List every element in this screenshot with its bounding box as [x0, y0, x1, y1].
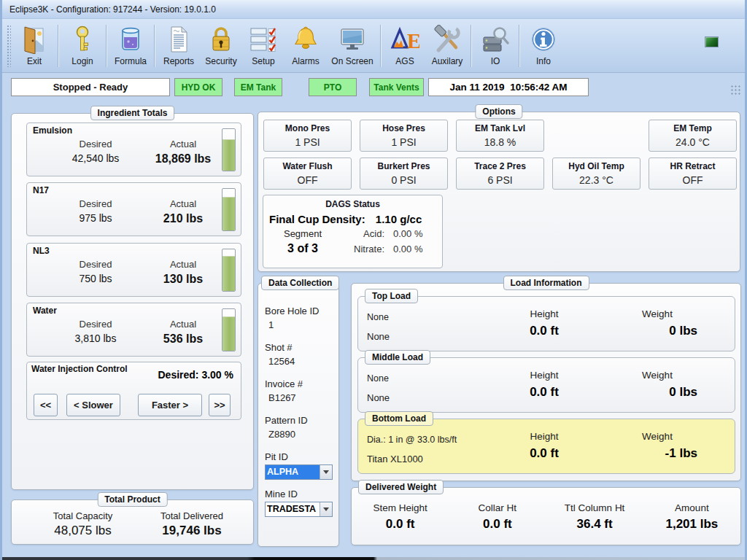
tile-value: 6 PSI	[487, 174, 512, 186]
field-value: 1	[268, 319, 338, 330]
info-button[interactable]: Info	[522, 22, 565, 66]
toolbar-grip[interactable]	[7, 25, 11, 67]
top-load-title: Top Load	[365, 289, 418, 303]
middle-load-section: Middle Load None None Height 0.0 ft Weig…	[357, 357, 735, 413]
status-strip: Stopped - Ready HYD OK EM Tank PTO Tank …	[2, 73, 745, 101]
field-label: Shot #	[265, 342, 338, 353]
pit-id-combobox[interactable]: ALPHA	[265, 464, 333, 480]
mine-id-combobox[interactable]: TRADESTA	[265, 502, 333, 517]
auxilary-button[interactable]: Auxilary	[426, 22, 468, 66]
data-collection-title: Data Collection	[261, 276, 339, 290]
column-value: 0.0 ft	[352, 517, 449, 532]
dropdown-arrow-icon[interactable]	[320, 465, 332, 479]
field-value: Z8890	[268, 429, 338, 440]
login-button[interactable]: Login	[61, 22, 104, 66]
ingredient-row-emulsion: Emulsion Desired 42,540 lbs Actual 18,86…	[26, 122, 241, 176]
em-tank-lvl-tile: EM Tank Lvl 18.8 %	[456, 120, 544, 152]
io-button[interactable]: IO	[474, 22, 516, 66]
actual-label: Actual	[138, 259, 228, 270]
total-delivered-value: 19,746 lbs	[137, 524, 247, 538]
total-capacity-label: Total Capacity	[30, 510, 136, 521]
exit-button[interactable]: Exit	[13, 22, 55, 66]
column-label: Stem Height	[352, 502, 449, 513]
acid-label: Acid:	[336, 228, 384, 239]
run-status-indicator	[705, 36, 719, 47]
mine-id-value: TRADESTA	[266, 502, 320, 516]
alarms-button[interactable]: Alarms	[285, 22, 327, 66]
load-line1: None	[367, 312, 389, 322]
toolbar-item-label: Setup	[252, 56, 274, 66]
toolbar-item-label: On Screen	[331, 56, 373, 66]
water-injection-desired: Desired: 3.00 %	[158, 369, 234, 381]
on-screen-button[interactable]: On Screen	[327, 22, 378, 66]
weight-value: 0 lbs	[599, 385, 697, 400]
weight-label: Weight	[610, 308, 705, 319]
stem-height-column: Stem Height 0.0 ft	[352, 502, 449, 532]
actual-value: 130 lbs	[138, 273, 228, 286]
trace-2-pres-tile: Trace 2 Pres 6 PSI	[456, 158, 544, 190]
ags-logo-icon: E	[389, 23, 421, 55]
hose-pres-tile: Hose Pres 1 PSI	[360, 120, 448, 152]
ingredient-row-water: Water Desired 3,810 lbs Actual 536 lbs	[26, 303, 241, 357]
actual-label: Actual	[138, 139, 228, 149]
mono-pres-tile: Mono Pres 1 PSI	[263, 120, 352, 152]
much-slower-button[interactable]: <<	[34, 394, 58, 416]
tile-value: 1 PSI	[391, 136, 416, 148]
water-injection-control: Water Injection Control Desired: 3.00 % …	[26, 362, 241, 420]
field-value: 12564	[268, 356, 338, 367]
height-label: Height	[497, 431, 592, 442]
tile-value: OFF	[683, 174, 703, 186]
options-panel: Options Mono Pres 1 PSI Hose Pres 1 PSI …	[258, 112, 740, 272]
total-capacity-value: 48,075 lbs	[30, 524, 136, 538]
mine-id-field: Mine ID TRADESTA	[265, 489, 338, 517]
weight-label: Weight	[610, 370, 705, 381]
setup-button[interactable]: Setup	[242, 22, 285, 66]
toolbar-item-label: Formula	[115, 56, 147, 66]
water-flush-tile: Water Flush OFF	[263, 158, 352, 190]
options-title: Options	[475, 104, 522, 119]
tile-label: Mono Pres	[285, 123, 330, 133]
faster-button[interactable]: Faster >	[138, 394, 202, 416]
actual-value: 18,869 lbs	[138, 152, 228, 166]
much-faster-button[interactable]: >>	[209, 394, 231, 416]
ags-button[interactable]: E AGS	[384, 22, 426, 66]
field-label: Invoice #	[265, 378, 338, 389]
segment-label: Segment	[269, 228, 336, 239]
burkert-pres-tile: Burkert Pres 0 PSI	[360, 158, 448, 190]
nitrate-value: 0.00 %	[384, 244, 443, 254]
beaker-icon	[115, 23, 147, 55]
formula-button[interactable]: Formula	[109, 22, 152, 66]
drive-search-icon	[479, 23, 511, 55]
level-gauge	[222, 128, 236, 171]
weight-value: 0 lbs	[599, 324, 697, 338]
reports-button[interactable]: Reports	[158, 22, 200, 66]
toolbar-item-label: Info	[536, 56, 551, 66]
total-delivered-label: Total Delivered	[137, 510, 247, 521]
desired-label: Desired	[50, 319, 141, 330]
load-line1: None	[367, 373, 389, 384]
toolbar-separator	[519, 25, 520, 67]
collar-ht-column: Collar Ht 0.0 ft	[449, 502, 546, 532]
ingredient-name: NL3	[33, 246, 50, 256]
bore-hole-id-field: Bore Hole ID 1	[265, 306, 338, 330]
level-gauge	[222, 308, 236, 351]
pattern-id-field: Pattern ID Z8890	[265, 415, 338, 440]
slower-button[interactable]: < Slower	[66, 394, 120, 416]
pit-id-value: ALPHA	[266, 465, 320, 479]
padlock-icon	[205, 23, 237, 55]
toolbar-separator	[58, 25, 59, 67]
ingredient-name: Emulsion	[33, 125, 72, 136]
toolbar-separator	[106, 25, 107, 67]
ingredient-totals-panel: Ingredient Totals Emulsion Desired 42,54…	[11, 113, 254, 490]
dags-status-panel: DAGS Status Final Cup Density: 1.10 g/cc…	[263, 195, 443, 268]
dropdown-arrow-icon[interactable]	[320, 502, 332, 516]
resize-grip[interactable]	[730, 85, 740, 95]
ingredient-row-nl3: NL3 Desired 750 lbs Actual 130 lbs	[26, 243, 241, 297]
main-content: Ingredient Totals Emulsion Desired 42,54…	[2, 101, 745, 557]
taskbar-edge	[2, 557, 745, 560]
tile-value: 22.3 °C	[579, 174, 614, 186]
final-cup-density-label: Final Cup Density:	[269, 213, 365, 225]
exit-door-icon	[18, 23, 50, 55]
info-icon	[527, 23, 560, 55]
security-button[interactable]: Security	[200, 22, 242, 66]
